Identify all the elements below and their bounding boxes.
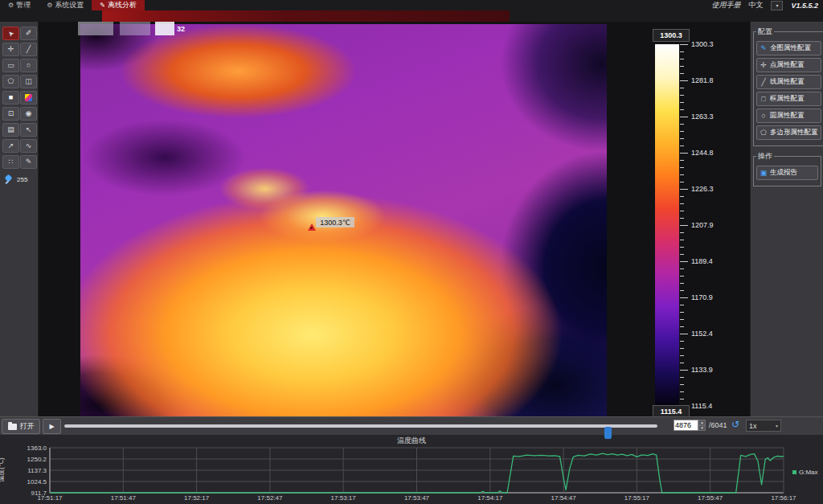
colorbar-max-value[interactable]: 1300.3	[653, 29, 690, 42]
active-tab-accent	[102, 10, 510, 22]
edit-config-button[interactable]: ✎全图属性配置	[756, 41, 821, 55]
colorbar-tick-label: 1300.3	[691, 40, 714, 48]
x-tick-label: 17:52:17	[178, 494, 216, 502]
speed-value: 1x	[749, 422, 757, 430]
edit-tool-button[interactable]: ✎	[20, 155, 37, 169]
fill-tool-button[interactable]: ■	[2, 91, 19, 104]
circle-tool-button[interactable]: ○	[20, 59, 37, 72]
film-tool-button[interactable]: ▤	[2, 123, 19, 137]
open-file-button[interactable]: 打开	[2, 419, 40, 434]
button-label: 生成报告	[770, 168, 797, 178]
timeline-slider[interactable]	[64, 424, 657, 428]
select-corners-tool-icon: ∷	[9, 158, 14, 166]
cursor-button[interactable]: ➤	[2, 27, 19, 40]
generate-report-button[interactable]: ▣ 生成报告	[756, 166, 818, 180]
x-tick-label: 17:53:47	[398, 494, 436, 502]
folder-icon	[8, 424, 17, 430]
colorbar-min-value[interactable]: 1115.4	[653, 405, 690, 416]
chart-tool-button[interactable]: ↗	[2, 139, 19, 153]
colorbar-tick-label: 1133.9	[691, 366, 713, 374]
select-corners-tool-button[interactable]: ∷	[2, 155, 19, 169]
colorbar-tick-label: 1207.9	[691, 221, 714, 229]
chart-tool-icon: ↗	[8, 142, 14, 150]
temperature-chart-panel: 温度曲线 温度(℃) 1363.01250.21137.31024.5911.7…	[0, 434, 823, 504]
top-menu-bar: ⚙ 管理 ⚙ 系统设置 ✎ 离线分析 使用手册 中文 ▾ V1.5.5.2	[0, 0, 823, 10]
waveform-tool-button[interactable]: ∿	[20, 139, 37, 153]
max-temp-label: 1300.3℃	[316, 217, 354, 227]
language-label: 中文	[748, 0, 763, 10]
polygon-config-button[interactable]: ⬠多边形属性配置	[756, 125, 821, 140]
legend-color-chip	[792, 470, 796, 474]
x-tick-label: 17:51:47	[104, 494, 142, 502]
video-tool-icon: ⊡	[8, 110, 14, 117]
tab-label: 管理	[16, 0, 31, 10]
edit-tool-icon: ✎	[26, 158, 32, 166]
overlay-block	[78, 22, 113, 35]
chevron-down-icon: ▾	[776, 423, 778, 428]
overlay-value-label: 32	[177, 25, 185, 33]
y-tick-label: 1137.3	[11, 467, 47, 474]
line-tool-button[interactable]: ╱	[20, 43, 37, 56]
rect-config-button[interactable]: □框属性配置	[756, 92, 821, 106]
offline-analysis-window: ⚙ 管理 ⚙ 系统设置 ✎ 离线分析 使用手册 中文 ▾ V1.5.5.2 ➤✐…	[0, 0, 823, 504]
rect-icon: □	[760, 96, 768, 103]
user-manual-link[interactable]: 使用手册	[711, 0, 740, 10]
play-button[interactable]: ▶	[43, 419, 61, 434]
button-label: 圆属性配置	[770, 111, 805, 121]
line-tool-icon: ╱	[27, 46, 31, 53]
rect-tool-button[interactable]: ▭	[2, 59, 19, 72]
video-tool-button[interactable]: ⊡	[2, 107, 19, 121]
copy-tool-button[interactable]: ◫	[20, 75, 37, 88]
x-tick-label: 17:56:17	[764, 494, 803, 502]
pushpin-icon	[4, 174, 14, 184]
overlay-block	[155, 22, 174, 35]
x-tick-label: 17:53:17	[324, 494, 362, 502]
camera-tool-button[interactable]: ◉	[20, 107, 37, 121]
colorbar-tick-label: 1115.4	[691, 402, 712, 410]
tab-management[interactable]: ⚙ 管理	[0, 0, 39, 10]
y-tick-label: 1363.0	[11, 445, 47, 452]
pin-row[interactable]: 255	[4, 174, 38, 184]
gear-icon: ⚙	[47, 2, 52, 9]
spinner-up-button[interactable]: ▴	[698, 420, 706, 425]
pin-value-label: 255	[17, 176, 27, 183]
colorbar-tick-label: 1226.3	[691, 185, 714, 193]
language-dropdown[interactable]: ▾	[771, 1, 783, 10]
x-tick-label: 17:54:17	[471, 494, 510, 502]
frame-total-label: /6041	[709, 421, 727, 429]
cursor-icon: ➤	[6, 29, 16, 39]
polygon-tool-button[interactable]: ⬠	[2, 75, 19, 88]
report-icon: ▣	[760, 170, 768, 177]
undo-icon: ↺	[731, 419, 739, 430]
frame-number-input[interactable]	[674, 420, 698, 431]
palette-tool-button[interactable]: ▦	[20, 91, 37, 104]
circle-icon: ○	[760, 113, 768, 120]
max-temp-marker-icon[interactable]	[308, 223, 316, 231]
spinner-down-button[interactable]: ▾	[698, 425, 706, 431]
palette-tool-icon: ▦	[25, 94, 32, 101]
pin-tool-button[interactable]: ✐	[20, 27, 37, 40]
replay-button[interactable]: ↺	[731, 419, 739, 430]
frame-spinner: ▴ ▾	[698, 420, 706, 431]
cursor-chart-tool-button[interactable]: ↖	[20, 123, 37, 137]
tool-sidebar: ➤✐✛╱▭○⬠◫■▦⊡◉▤↖↗∿∷✎ 255	[0, 22, 39, 416]
action-group-title: 操作	[756, 151, 774, 162]
camera-tool-icon: ◉	[26, 110, 32, 117]
edit-icon: ✎	[760, 45, 768, 52]
line-config-button[interactable]: ╱线属性配置	[756, 75, 821, 89]
tab-system-settings[interactable]: ⚙ 系统设置	[39, 0, 92, 10]
circle-config-button[interactable]: ○圆属性配置	[756, 109, 821, 123]
tab-offline-analysis[interactable]: ✎ 离线分析	[92, 0, 145, 10]
timeline-slider-thumb[interactable]	[604, 427, 612, 439]
action-group: 操作 ▣ 生成报告	[753, 151, 821, 186]
speed-select[interactable]: 1x ▾	[746, 420, 781, 432]
colorbar-gradient[interactable]	[655, 44, 679, 406]
button-label: 线属性配置	[770, 77, 805, 87]
edit-icon: ✎	[100, 2, 105, 9]
config-buttons: ✎全图属性配置✛点属性配置╱线属性配置□框属性配置○圆属性配置⬠多边形属性配置	[756, 41, 821, 140]
colorbar-tick-label: 1152.4	[691, 330, 713, 338]
button-label: 全图属性配置	[770, 43, 811, 53]
point-tool-button[interactable]: ✛	[2, 43, 19, 56]
copy-tool-icon: ◫	[25, 78, 32, 85]
point-config-button[interactable]: ✛点属性配置	[756, 58, 821, 72]
